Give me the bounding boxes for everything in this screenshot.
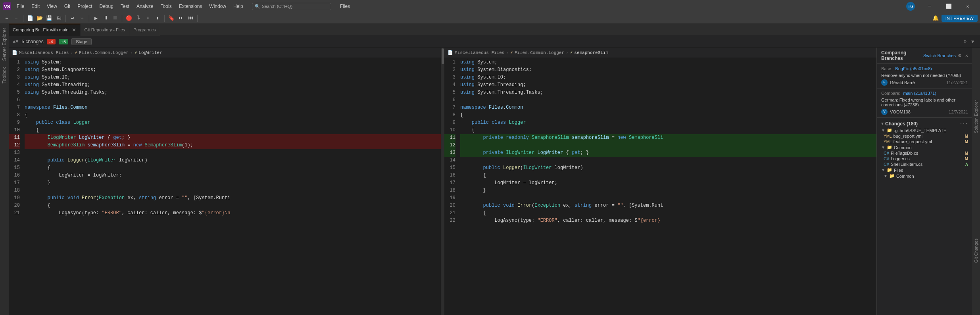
menu-analyze[interactable]: Analyze — [133, 3, 157, 10]
breadcrumb-files-logger-right[interactable]: Files.Common.Logger — [515, 50, 564, 55]
feature-request-badge: M — [965, 140, 968, 144]
tab-program-cs[interactable]: Program.cs — [129, 24, 160, 36]
nav-back-btn[interactable]: ⏮ — [186, 14, 195, 23]
left-sidebar: Server Explorer Toolbox — [0, 24, 9, 315]
save-btn[interactable]: 💾 — [45, 14, 54, 23]
run-btn[interactable]: ▶ — [92, 14, 100, 23]
search-placeholder: Search (Ctrl+Q) — [262, 4, 292, 9]
breadcrumb-icon-files-right: ⚡ — [510, 50, 513, 55]
tab-comparing[interactable]: Comparing Br...Fix with main ✕ — [9, 24, 81, 36]
files-folder-label: Files — [894, 168, 903, 173]
breadcrumb-files-logger-left[interactable]: Files.Common.Logger — [79, 50, 129, 55]
maximize-button[interactable]: ⬜ — [940, 0, 958, 13]
code-line: { — [25, 127, 441, 134]
github-folder-label: .github\ISSUE_TEMPLATE — [894, 128, 946, 133]
stage-button[interactable]: Stage — [71, 38, 92, 45]
tree-folder-github[interactable]: ▼ 📁 .github\ISSUE_TEMPLATE — [879, 127, 970, 133]
right-code-editor: 12345 678910 11 12 13 14151617 181920212… — [444, 58, 876, 315]
breakpoint-btn[interactable]: 🔴 — [125, 14, 133, 23]
redo-btn[interactable]: ↪ — [78, 14, 86, 23]
collapse-icon[interactable]: ▼ — [971, 39, 976, 44]
breadcrumb-logwriter[interactable]: LogWriter — [138, 50, 162, 55]
window-controls: ─ ⬜ ✕ — [920, 0, 977, 13]
close-button[interactable]: ✕ — [959, 0, 977, 13]
code-line: using System.Threading; — [25, 81, 441, 89]
menu-project[interactable]: Project — [74, 3, 95, 10]
breadcrumb-misc-right[interactable]: Miscellaneous Files — [455, 50, 504, 55]
code-line: } — [25, 179, 441, 187]
menu-tools[interactable]: Tools — [158, 3, 175, 10]
solution-explorer-label[interactable]: Solution Explorer — [973, 97, 979, 136]
undo-btn[interactable]: ↩ — [68, 14, 77, 23]
menu-window[interactable]: Window — [206, 3, 229, 10]
minimize-button[interactable]: ─ — [920, 0, 939, 13]
comparing-branches-title: Comparing Branches — [881, 50, 921, 61]
menu-test[interactable]: Test — [117, 3, 133, 10]
tree-item-logger[interactable]: C# Logger.cs M — [879, 156, 970, 161]
bug-report-label: bug_report.yml — [894, 134, 922, 138]
nav-arrows[interactable]: ▲▼ — [13, 39, 18, 44]
stop-btn[interactable]: ⏹ — [111, 14, 119, 23]
menu-debug[interactable]: Debug — [96, 3, 117, 10]
tree-item-bug-report[interactable]: YML bug_report.yml M — [879, 133, 970, 139]
gear-icon[interactable]: ⚙ — [964, 38, 967, 44]
left-code-lines: using System; using System.Diagnostics; … — [23, 58, 441, 315]
right-code-lines: using System; using System.Diagnostics; … — [459, 58, 876, 315]
back-button[interactable]: ⬅ — [2, 14, 11, 23]
tree-item-feature-request[interactable]: YML feature_request.yml M — [879, 139, 970, 144]
code-line: { — [460, 172, 876, 179]
compare-author-name: VOOM108 — [890, 109, 911, 114]
changes-more-icon[interactable]: ··· — [959, 121, 968, 127]
changes-title: Changes (180) — [885, 121, 918, 127]
menu-git[interactable]: Git — [61, 3, 73, 10]
cs-icon-shell: C# — [884, 162, 889, 167]
changes-chevron[interactable]: ▼ — [881, 122, 884, 126]
breadcrumb-semaphoreslim[interactable]: semaphoreSlim — [574, 50, 608, 55]
tree-folder-files[interactable]: ▼ 📁 Files — [879, 167, 970, 173]
step-out-btn[interactable]: ⬆ — [153, 14, 162, 23]
git-changes-label[interactable]: Git Changes — [973, 235, 979, 266]
bell-icon[interactable]: 🔔 — [931, 14, 940, 23]
step-into-btn[interactable]: ⬇ — [144, 14, 152, 23]
code-line — [25, 96, 441, 104]
compare-commit-author: V VOOM108 12/7/2021 — [881, 109, 968, 115]
pause-btn[interactable]: ⏸ — [101, 14, 110, 23]
bookmark-btn[interactable]: 🔖 — [167, 14, 176, 23]
files-chevron: ▼ — [881, 168, 885, 172]
right-panel-settings-icon[interactable]: ⚙ — [958, 52, 961, 59]
tab-comparing-close[interactable]: ✕ — [72, 27, 76, 33]
search-box[interactable]: 🔍 Search (Ctrl+Q) — [252, 3, 331, 10]
tree-item-file-tags-db[interactable]: C# FileTagsDb.cs M — [879, 150, 970, 156]
server-explorer-icon[interactable]: Server Explorer — [1, 26, 8, 62]
tab-git-repository[interactable]: Git Repository - Files — [81, 24, 130, 36]
compare-section: Compare: main (21a41371) German: Fixed w… — [877, 88, 972, 118]
switch-branches-button[interactable]: Switch Branches — [923, 53, 956, 58]
menu-extensions[interactable]: Extensions — [176, 3, 206, 10]
nav-fwd-btn[interactable]: ⏭ — [177, 14, 185, 23]
forward-button[interactable]: ➡ — [12, 14, 21, 23]
code-line — [460, 194, 876, 202]
breadcrumb-misc-left[interactable]: Miscellaneous Files — [19, 50, 69, 55]
compare-commit-date: 12/7/2021 — [949, 109, 968, 114]
tree-item-shell-link-item[interactable]: C# ShellLinkItem.cs A — [879, 161, 970, 167]
menu-edit[interactable]: Edit — [28, 3, 43, 10]
menu-help[interactable]: Help — [230, 3, 246, 10]
toolbox-icon[interactable]: Toolbox — [1, 65, 8, 85]
user-avatar[interactable]: TG — [906, 2, 915, 11]
step-over-btn[interactable]: ⤵ — [134, 14, 143, 23]
int-preview-button[interactable]: INT PREVIEW — [942, 15, 978, 22]
menu-file[interactable]: File — [13, 3, 27, 10]
tree-folder-common[interactable]: ▼ 📁 Common — [879, 144, 970, 150]
search-icon: 🔍 — [255, 4, 260, 9]
middle-scrollbar[interactable] — [441, 48, 444, 315]
tree-folder-common-sub[interactable]: ▼ 📁 Common — [879, 173, 970, 179]
git-header: ▲▼ 5 changes -4 +5 Stage ⚙ ▼ — [9, 36, 980, 48]
new-project-btn[interactable]: 📄 — [26, 14, 35, 23]
content-area: Comparing Br...Fix with main ✕ Git Repos… — [9, 24, 980, 315]
menu-view[interactable]: View — [44, 3, 60, 10]
changes-count-label: 5 changes — [21, 39, 43, 44]
save-all-btn[interactable]: 🗂 — [54, 14, 63, 23]
code-line: { — [25, 202, 441, 209]
open-folder-btn[interactable]: 📂 — [35, 14, 44, 23]
right-panel-close-icon[interactable]: ✕ — [965, 53, 968, 59]
